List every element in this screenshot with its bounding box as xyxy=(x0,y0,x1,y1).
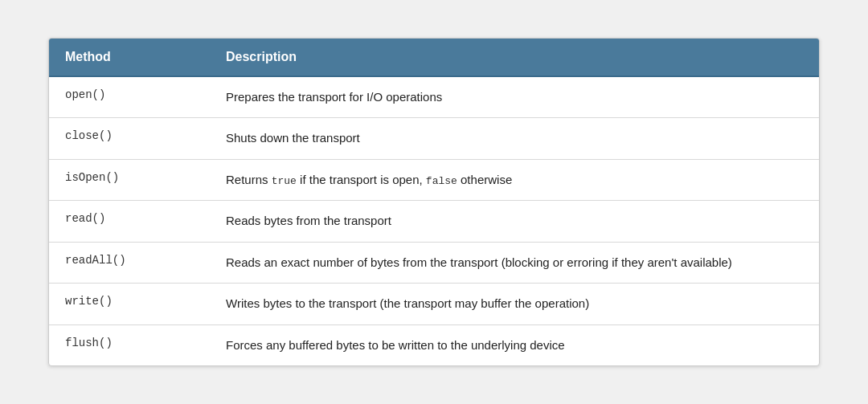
table-row: readAll()Reads an exact number of bytes … xyxy=(49,242,819,284)
method-cell: isOpen() xyxy=(49,159,210,201)
header-description: Description xyxy=(210,39,819,76)
methods-table: Method Description open()Prepares the tr… xyxy=(49,39,819,366)
method-cell: write() xyxy=(49,284,210,325)
table-row: close()Shuts down the transport xyxy=(49,118,819,160)
table-row: read()Reads bytes from the transport xyxy=(49,201,819,243)
method-cell: readAll() xyxy=(49,242,210,284)
method-cell: read() xyxy=(49,201,210,243)
method-cell: close() xyxy=(49,118,210,160)
description-cell: Forces any buffered bytes to be written … xyxy=(210,324,819,365)
table-row: flush()Forces any buffered bytes to be w… xyxy=(49,324,819,365)
description-cell: Writes bytes to the transport (the trans… xyxy=(210,284,819,325)
table-row: open()Prepares the transport for I/O ope… xyxy=(49,76,819,118)
method-cell: open() xyxy=(49,76,210,118)
table-row: write()Writes bytes to the transport (th… xyxy=(49,284,819,325)
description-cell: Reads bytes from the transport xyxy=(210,201,819,243)
method-cell: flush() xyxy=(49,324,210,365)
table-row: isOpen()Returns true if the transport is… xyxy=(49,159,819,201)
description-cell: Prepares the transport for I/O operation… xyxy=(210,76,819,118)
description-cell: Reads an exact number of bytes from the … xyxy=(210,242,819,284)
methods-table-container: Method Description open()Prepares the tr… xyxy=(48,38,820,367)
header-method: Method xyxy=(49,39,210,76)
description-cell: Returns true if the transport is open, f… xyxy=(210,159,819,201)
description-cell: Shuts down the transport xyxy=(210,118,819,160)
table-header-row: Method Description xyxy=(49,39,819,76)
